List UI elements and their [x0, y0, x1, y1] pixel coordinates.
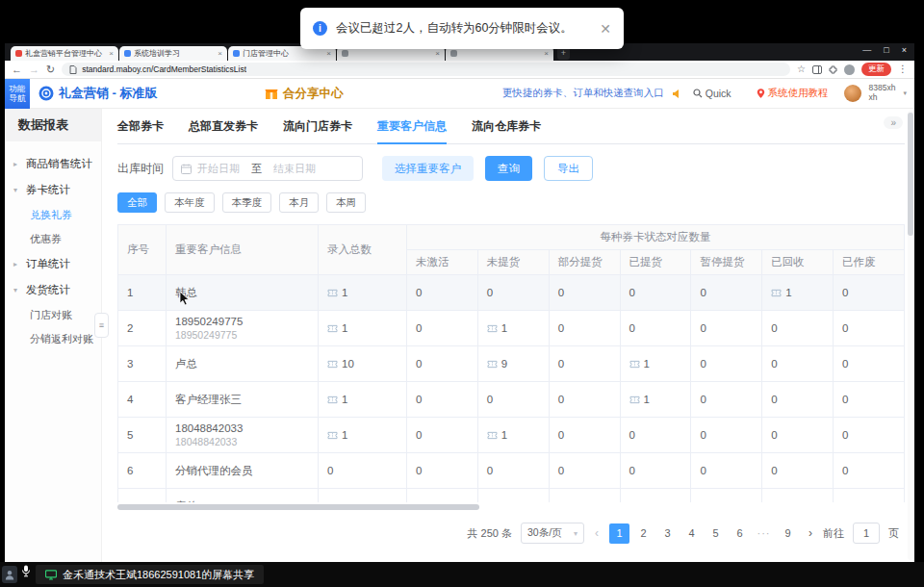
menu-kebab-icon[interactable]: ⋮ — [898, 64, 908, 74]
count-value: 0 — [416, 287, 422, 298]
close-icon[interactable]: ✕ — [600, 21, 611, 37]
query-button[interactable]: 查询 — [485, 156, 532, 181]
back-icon[interactable]: ← — [12, 64, 22, 75]
promo-entry-link[interactable]: 更快捷的券卡、订单和快递查询入口 — [502, 87, 664, 100]
count-cell: 0 — [700, 465, 753, 476]
extensions-icon[interactable] — [829, 65, 837, 74]
coupon-icon — [327, 396, 338, 404]
pager-page[interactable]: 6 — [730, 523, 750, 544]
cell-total: 1 — [319, 275, 407, 311]
window-maximize-button[interactable]: □ — [884, 45, 888, 55]
count-value: 0 — [771, 394, 777, 405]
select-customer-button[interactable]: 选择重要客户 — [382, 156, 474, 181]
microphone-icon[interactable] — [21, 564, 31, 581]
share-center-link[interactable]: 合分享中心 — [265, 79, 344, 108]
window-close-button[interactable]: × — [902, 45, 907, 55]
browser-update-button[interactable]: 更新 — [861, 63, 891, 76]
table-row[interactable]: 5180488420331804884203310100000 — [118, 418, 905, 453]
date-range-input[interactable]: 开始日期 至 结束日期 — [172, 156, 363, 181]
cell-status: 0 — [407, 489, 478, 503]
filter-chip[interactable]: 本月 — [279, 192, 319, 213]
count-cell: 0 — [629, 429, 682, 441]
page-tab[interactable]: 总部直发券卡 — [189, 118, 258, 143]
page-tab[interactable]: 全部券卡 — [117, 118, 164, 143]
customer-phone: 18950249775 — [175, 329, 309, 341]
page-size-select[interactable]: 30条/页 ▾ — [521, 523, 584, 544]
window-controls: — □ × — [862, 45, 907, 55]
function-nav-button[interactable]: 功能 导航 — [5, 79, 30, 109]
caret-down-icon: ▾ — [13, 186, 21, 194]
filter-chip[interactable]: 全部 — [117, 192, 157, 213]
page-tab[interactable]: 流向仓库券卡 — [472, 118, 541, 143]
refresh-icon[interactable]: ↻ — [46, 64, 55, 75]
pager-page[interactable]: 3 — [657, 523, 678, 544]
export-button[interactable]: 导出 — [544, 156, 593, 181]
coupon-icon — [771, 289, 782, 297]
sidebar-group[interactable]: ▸商品销售统计 — [5, 151, 101, 177]
sidebar-group[interactable]: ▾发货统计 — [5, 277, 101, 303]
customer-phone: 18048842033 — [175, 436, 309, 447]
pager-page[interactable]: 5 — [706, 523, 726, 544]
browser-tab[interactable]: 系统培训学习× — [119, 46, 227, 61]
side-panel-icon[interactable] — [812, 65, 822, 74]
pager-page[interactable]: 2 — [633, 523, 654, 544]
vertical-scrollbar-thumb[interactable] — [908, 113, 913, 236]
sidebar-drag-handle[interactable]: ≡ — [94, 313, 109, 338]
cell-status: 18 — [477, 489, 549, 503]
page-tab[interactable]: 流向门店券卡 — [283, 118, 352, 143]
pager-prev-button[interactable]: ‹ — [593, 526, 601, 540]
horizontal-scrollbar[interactable] — [117, 504, 905, 510]
cell-status: 1 — [762, 275, 834, 311]
tutorial-link[interactable]: 系统使用教程 — [757, 87, 829, 100]
browser-profile-avatar[interactable] — [844, 64, 855, 75]
th-status: 已作废 — [834, 250, 905, 275]
table-row[interactable]: 2189502497751895024977510100000 — [118, 311, 905, 346]
quick-search[interactable]: Quick — [693, 88, 732, 99]
count-cell: 1 — [327, 287, 398, 298]
tab-close-icon[interactable]: × — [326, 49, 331, 58]
filter-chip[interactable]: 本季度 — [222, 192, 272, 213]
sidebar-group-label: 券卡统计 — [26, 183, 70, 197]
vertical-scrollbar[interactable] — [908, 111, 913, 560]
sidebar-group[interactable]: ▾券卡统计 — [5, 177, 101, 203]
address-bar[interactable]: standard.maboy.cn/CardMemberStatisticsLi… — [62, 63, 790, 76]
cell-status: 0 — [477, 275, 549, 311]
user-name-block[interactable]: 8385xh xh — [869, 84, 896, 103]
tab-close-icon[interactable]: × — [109, 49, 114, 58]
bookmark-star-icon[interactable]: ☆ — [797, 64, 806, 74]
pager-page[interactable]: 4 — [681, 523, 702, 544]
filter-chip[interactable]: 本周 — [326, 192, 366, 213]
sidebar-item[interactable]: 门店对账 — [5, 303, 101, 327]
filter-chip[interactable]: 本年度 — [165, 192, 215, 213]
caret-right-icon: ▸ — [13, 160, 21, 168]
count-cell: 0 — [487, 465, 540, 476]
window-minimize-button[interactable]: — — [862, 45, 871, 55]
count-cell: 0 — [629, 287, 682, 298]
table-row[interactable]: 3卢总100901000 — [118, 346, 905, 382]
sidebar-item[interactable]: 分销返利对账 — [5, 327, 101, 351]
user-avatar[interactable] — [844, 85, 861, 102]
sidebar-group[interactable]: ▸订单统计 — [5, 251, 101, 277]
tab-close-icon[interactable]: × — [544, 49, 549, 58]
tab-close-icon[interactable]: × — [435, 49, 440, 58]
sidebar-item[interactable]: 兑换礼券 — [5, 203, 101, 227]
sidebar-item[interactable]: 优惠券 — [5, 227, 101, 251]
browser-tab[interactable]: 礼盒营销平台管理中心× — [11, 46, 118, 61]
goto-page-input[interactable] — [853, 523, 880, 544]
pager-page[interactable]: 1 — [609, 523, 629, 544]
pager-page[interactable]: 9 — [778, 523, 798, 544]
table-row[interactable]: 7唐总2001801000 — [118, 489, 905, 503]
pager-next-button[interactable]: › — [807, 526, 814, 540]
coupon-icon — [327, 360, 338, 369]
count-cell: 0 — [842, 465, 895, 476]
table-row[interactable]: 1韩总10000010 — [118, 275, 905, 311]
tab-close-icon[interactable]: × — [218, 49, 222, 58]
forward-icon[interactable]: → — [29, 64, 39, 75]
table-row[interactable]: 6分销代理的会员00000000 — [118, 453, 905, 489]
count-cell: 1 — [327, 429, 398, 441]
table-row[interactable]: 4客户经理张三10001000 — [118, 382, 905, 418]
page-tab[interactable]: 重要客户信息 — [377, 118, 447, 144]
participant-avatar[interactable] — [2, 566, 17, 583]
collapse-chevron-icon[interactable]: » — [884, 116, 903, 129]
horizontal-scrollbar-thumb[interactable] — [117, 504, 479, 510]
